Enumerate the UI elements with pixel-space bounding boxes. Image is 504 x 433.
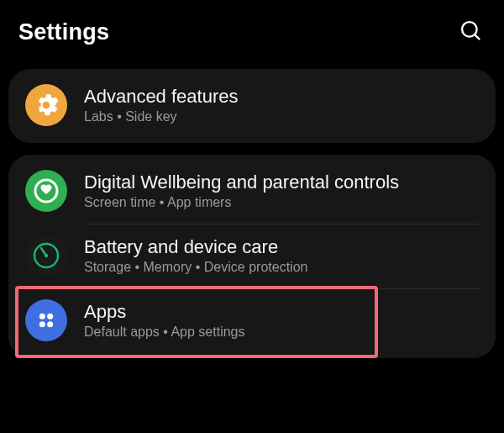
item-text: Advanced featuresLabs • Side key [84,86,238,124]
care-icon [29,239,63,272]
battery-device-care-icon-badge [25,235,67,277]
svg-point-6 [47,314,53,319]
item-title: Apps [84,301,245,323]
svg-point-7 [39,321,45,327]
search-icon [459,18,482,42]
item-text: Battery and device careStorage • Memory … [84,236,307,275]
advanced-features-icon-badge [25,84,67,126]
svg-line-1 [475,35,480,40]
digital-wellbeing-icon-badge [25,170,67,212]
apps-grid-icon [34,309,58,332]
settings-list: Advanced featuresLabs • Side key Digital… [0,69,504,358]
item-subtitle: Storage • Memory • Device protection [84,260,307,275]
settings-item-digital-wellbeing[interactable]: Digital Wellbeing and parental controlsS… [8,160,496,224]
item-text: Digital Wellbeing and parental controlsS… [84,172,399,210]
item-title: Advanced features [84,86,238,108]
search-button[interactable] [455,15,486,49]
settings-item-apps[interactable]: AppsDefault apps • App settings [8,289,496,353]
item-title: Digital Wellbeing and parental controls [84,172,399,193]
svg-point-5 [39,314,45,319]
apps-icon-badge [25,299,67,341]
item-subtitle: Labs • Side key [84,109,238,124]
header: Settings [0,0,504,64]
item-title: Battery and device care [84,236,307,258]
settings-group: Digital Wellbeing and parental controlsS… [8,155,496,358]
settings-group: Advanced featuresLabs • Side key [8,69,496,143]
svg-point-8 [47,321,53,327]
item-text: AppsDefault apps • App settings [84,301,245,340]
settings-item-battery-device-care[interactable]: Battery and device careStorage • Memory … [8,224,496,288]
item-subtitle: Screen time • App timers [84,195,399,210]
item-subtitle: Default apps • App settings [84,325,245,340]
wellbeing-icon [28,172,65,209]
page-title: Settings [18,19,109,45]
settings-item-advanced-features[interactable]: Advanced featuresLabs • Side key [8,74,496,138]
gear-icon [34,92,59,118]
